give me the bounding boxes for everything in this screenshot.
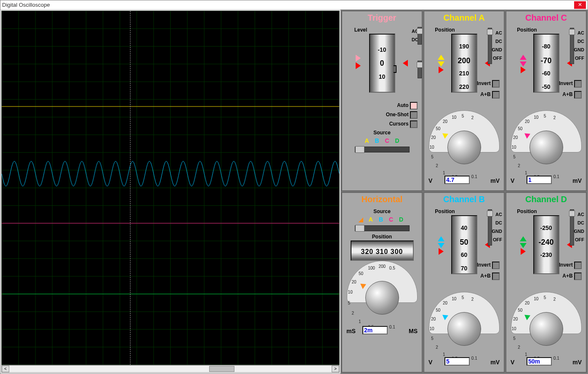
- trigger-coupling-slider[interactable]: [418, 27, 422, 45]
- ch-B-invert-checkbox[interactable]: [492, 262, 500, 269]
- ch-C-coupling-OFF: OFF: [574, 54, 584, 62]
- horizontal-source-slider[interactable]: [355, 225, 410, 231]
- horizontal-knob-area: 0.10.20.51251020501002000.5 mS MS: [344, 261, 420, 334]
- horizontal-value-input[interactable]: [362, 326, 388, 334]
- ch-D-pos-up[interactable]: [520, 236, 527, 241]
- trigger-auto-checkbox[interactable]: [410, 102, 418, 110]
- ch-D-invert-checkbox[interactable]: [574, 262, 582, 269]
- channel-c-panel: Channel C Position-80-70-60-50ACDCGNDOFF…: [506, 11, 587, 191]
- channel-d-title: Channel D: [506, 193, 586, 206]
- ch-A-coupling-slider[interactable]: [488, 28, 492, 64]
- ch-A-unit-left: V: [428, 177, 432, 184]
- window-title: Digital Oscilloscope: [2, 2, 50, 8]
- ch-C-coupling-slider[interactable]: [570, 28, 574, 64]
- ch-D-coupling-OFF: OFF: [574, 235, 584, 244]
- channel-b-title: Channel B: [424, 193, 504, 206]
- level-red-indicator: [356, 62, 361, 69]
- ch-A-ab-checkbox[interactable]: [492, 91, 500, 99]
- ch-A-position-drum[interactable]: 190200210220: [451, 34, 477, 93]
- ch-A-knob-area: 0.10.20.5125102050201052VmV: [426, 110, 502, 184]
- scroll-thumb[interactable]: [209, 366, 234, 372]
- horizontal-unit-left: mS: [346, 328, 356, 334]
- ch-B-coupling-AC: AC: [492, 210, 502, 219]
- channel-d-panel: Channel D Position-250-240-230ACDCGNDOFF…: [506, 192, 587, 373]
- scroll-track[interactable]: [9, 366, 332, 372]
- ch-A-gain-knob[interactable]: [447, 131, 481, 164]
- ch-A-value-input[interactable]: [444, 176, 470, 184]
- ch-A-invert-checkbox[interactable]: [492, 80, 500, 88]
- ch-D-pos-left-red: [521, 248, 526, 255]
- ch-D-value-input[interactable]: [527, 357, 552, 366]
- horizontal-position-label: Position: [344, 233, 420, 240]
- horizontal-scrollbar[interactable]: < >: [1, 365, 340, 373]
- oscilloscope-window: Digital Oscilloscope ✕ < > Trigger Level: [0, 0, 588, 374]
- ch-D-coupling-slider[interactable]: [570, 209, 574, 246]
- trigger-panel: Trigger Level -10 0 10: [341, 11, 423, 191]
- ch-C-invert-checkbox[interactable]: [574, 80, 582, 88]
- ch-A-pos-down[interactable]: [438, 61, 444, 67]
- ch-B-coupling-slider[interactable]: [488, 209, 492, 246]
- ch-A-coupling-AC: AC: [492, 29, 502, 37]
- ch-A-coupling-GND: GND: [492, 45, 502, 54]
- trigger-edge-slider[interactable]: [418, 61, 422, 78]
- ch-A-position-label: Position: [426, 26, 464, 34]
- trigger-cursors-label: Cursors: [389, 121, 409, 127]
- trigger-auto-label: Auto: [397, 102, 408, 108]
- scope-area: < >: [0, 10, 341, 374]
- ch-D-gain-knob[interactable]: [529, 312, 563, 346]
- ch-A-coupling-DC: DC: [492, 37, 502, 45]
- horizontal-timebase-knob[interactable]: [365, 281, 399, 315]
- ch-D-position-label: Position: [508, 208, 546, 215]
- scope-canvas[interactable]: [2, 11, 339, 365]
- ch-C-coupling-DC: DC: [574, 37, 584, 45]
- ch-C-gain-knob[interactable]: [529, 131, 563, 164]
- ch-B-pos-down[interactable]: [438, 243, 444, 248]
- ch-D-unit-left: V: [511, 359, 514, 366]
- ch-B-knob-area: 0.10.20.5125102050201052VmV: [426, 292, 502, 366]
- ch-B-gain-knob[interactable]: [447, 312, 481, 346]
- trigger-level-label: Level: [344, 26, 378, 34]
- channel-b-panel: Channel B Position40506070ACDCGNDOFFInve…: [423, 192, 505, 373]
- channel-a-panel: Channel A Position190200210220ACDCGNDOFF…: [423, 11, 505, 191]
- ch-C-pos-up[interactable]: [520, 55, 527, 60]
- trigger-cursor[interactable]: [130, 11, 130, 365]
- ch-D-ab-checkbox[interactable]: [574, 272, 582, 280]
- control-panels: Trigger Level -10 0 10: [341, 10, 588, 374]
- horizontal-position-drum[interactable]: 320 310 300: [351, 240, 414, 261]
- trigger-oneshot-label: One-Shot: [386, 112, 409, 118]
- trigger-oneshot-checkbox[interactable]: [410, 111, 418, 119]
- ch-C-unit-left: V: [511, 177, 514, 184]
- scroll-right-button[interactable]: >: [332, 366, 339, 372]
- horizontal-title: Horizontal: [342, 193, 422, 206]
- trigger-cursors-checkbox[interactable]: [410, 120, 418, 128]
- horizontal-panel: Horizontal Source ◢ A B C D Position 320…: [341, 192, 423, 373]
- ch-A-pos-up[interactable]: [438, 55, 444, 60]
- channel-c-title: Channel C: [506, 11, 586, 24]
- ch-C-pos-left-red: [521, 67, 526, 73]
- trigger-level-drum[interactable]: -10 0 10: [369, 34, 395, 93]
- ch-B-ab-checkbox[interactable]: [492, 272, 500, 280]
- ch-B-unit-right: mV: [490, 359, 500, 366]
- ch-D-position-drum[interactable]: -250-240-230: [533, 215, 559, 274]
- ch-C-unit-right: mV: [572, 177, 582, 184]
- ch-D-coupling-DC: DC: [574, 219, 584, 227]
- ch-B-value-input[interactable]: [444, 357, 470, 366]
- scroll-left-button[interactable]: <: [2, 366, 9, 372]
- ch-C-pos-down[interactable]: [520, 61, 527, 67]
- ch-B-coupling-GND: GND: [492, 227, 502, 235]
- ch-C-ab-checkbox[interactable]: [574, 91, 582, 99]
- ch-C-position-label: Position: [508, 26, 546, 34]
- trigger-source-slider[interactable]: [355, 147, 410, 152]
- ch-C-coupling-GND: GND: [574, 45, 584, 54]
- level-arrow-right: [403, 60, 408, 67]
- ch-B-pos-left-red: [439, 248, 444, 255]
- ch-D-pos-down[interactable]: [520, 243, 527, 248]
- ch-B-position-drum[interactable]: 40506070: [451, 215, 477, 274]
- ch-B-pos-up[interactable]: [438, 236, 444, 241]
- ch-C-coupling-AC: AC: [574, 29, 584, 37]
- ch-D-coupling-AC: AC: [574, 210, 584, 219]
- ch-C-position-drum[interactable]: -80-70-60-50: [533, 34, 559, 93]
- ch-C-value-input[interactable]: [527, 176, 552, 184]
- level-up-indicator: [356, 55, 361, 61]
- close-button[interactable]: ✕: [574, 1, 586, 9]
